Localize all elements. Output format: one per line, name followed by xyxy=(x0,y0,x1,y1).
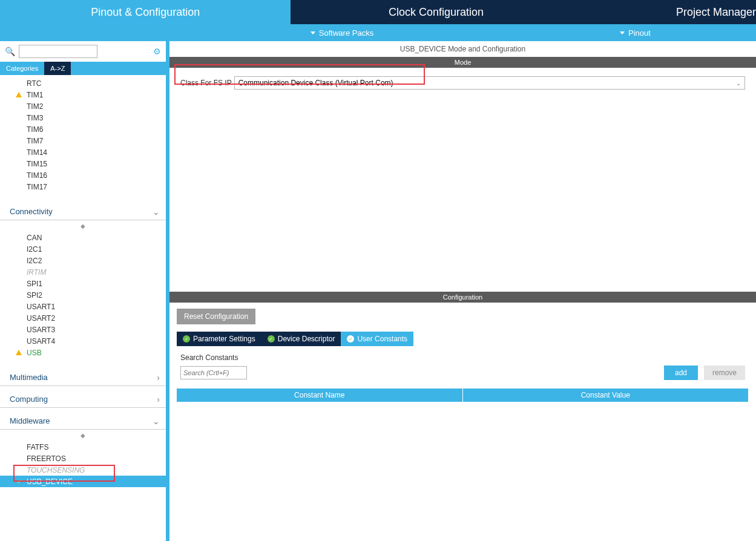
tree-item[interactable]: IRTIM xyxy=(0,266,166,278)
tree-item[interactable]: USART1 xyxy=(0,301,166,312)
section-connectivity[interactable]: Connectivity⌄ xyxy=(0,203,166,220)
sort-icon[interactable]: ◆ xyxy=(0,430,166,441)
mode-label: Class For FS IP xyxy=(180,79,232,87)
tab-parameter-settings[interactable]: ✓Parameter Settings xyxy=(177,332,261,346)
chevron-down-icon: ⌄ xyxy=(153,207,160,217)
tree-item[interactable]: CAN xyxy=(0,232,166,243)
tree-item[interactable]: I2C1 xyxy=(0,243,166,255)
chevron-right-icon: › xyxy=(157,373,160,382)
tree-item[interactable]: SPI2 xyxy=(0,289,166,301)
add-button[interactable]: add xyxy=(664,366,698,380)
check-icon: ✓ xyxy=(268,335,275,343)
check-icon: ✓ xyxy=(347,335,354,343)
sort-icon[interactable]: ◆ xyxy=(0,220,166,232)
tab-project-manager[interactable]: Project Manager xyxy=(582,0,756,24)
sub-tab-software-packs[interactable]: Software Packs xyxy=(169,28,514,38)
tab-pinout-config[interactable]: Pinout & Configuration xyxy=(0,0,291,24)
warning-icon xyxy=(16,92,22,97)
sub-tab-pinout[interactable]: Pinout xyxy=(514,28,756,38)
warning-icon xyxy=(16,350,22,355)
tree-item[interactable]: I2C2 xyxy=(0,255,166,266)
tree-item[interactable]: TIM1 xyxy=(0,89,166,100)
tab-categories[interactable]: Categories xyxy=(0,62,44,75)
tree-item[interactable]: FREERTOS xyxy=(0,453,166,464)
tree-item[interactable]: SPI1 xyxy=(0,278,166,289)
sub-tabs: Software Packs Pinout xyxy=(0,24,756,41)
tree-item-usb-device[interactable]: ✔USB_DEVICE xyxy=(0,476,166,487)
constants-table: Constant Name Constant Value xyxy=(177,389,749,402)
class-for-fs-ip-select[interactable]: Communication Device Class (Virtual Port… xyxy=(234,76,745,90)
chevron-down-icon xyxy=(620,31,625,34)
tree-item[interactable]: TIM3 xyxy=(0,112,166,123)
tree-item[interactable]: USART3 xyxy=(0,324,166,335)
tab-clock-config[interactable]: Clock Configuration xyxy=(291,0,581,24)
tree-item[interactable]: FATFS xyxy=(0,441,166,453)
reset-configuration-button[interactable]: Reset Configuration xyxy=(177,309,255,324)
tab-user-constants[interactable]: ✓User Constants xyxy=(341,332,413,346)
tree-item[interactable]: TIM6 xyxy=(0,123,166,135)
tree-item[interactable]: TIM2 xyxy=(0,100,166,112)
search-icon: 🔍 xyxy=(5,47,15,56)
tab-device-descriptor[interactable]: ✓Device Descriptor xyxy=(261,332,341,346)
remove-button: remove xyxy=(704,366,745,380)
peripheral-tree: RTC TIM1 TIM2 TIM3 TIM6 TIM7 TIM14 TIM15… xyxy=(0,75,166,541)
tree-item[interactable]: TOUCHSENSING xyxy=(0,464,166,476)
content-panel: USB_DEVICE Mode and Configuration Mode C… xyxy=(169,41,756,541)
search-input[interactable] xyxy=(19,45,97,58)
panel-title: USB_DEVICE Mode and Configuration xyxy=(169,41,756,57)
section-multimedia[interactable]: Multimedia› xyxy=(0,369,166,386)
top-tabs: Pinout & Configuration Clock Configurati… xyxy=(0,0,756,24)
tree-item[interactable]: USART2 xyxy=(0,312,166,324)
section-middleware[interactable]: Middleware⌄ xyxy=(0,413,166,430)
tree-item[interactable]: TIM7 xyxy=(0,135,166,146)
tree-item[interactable]: TIM14 xyxy=(0,146,166,158)
tree-item[interactable]: TIM17 xyxy=(0,181,166,192)
search-constants-label: Search Constants xyxy=(180,353,745,362)
tab-az[interactable]: A->Z xyxy=(44,62,71,75)
sidebar: 🔍 ⚙ Categories A->Z RTC TIM1 TIM2 TIM3 T… xyxy=(0,41,169,541)
tree-item[interactable]: TIM15 xyxy=(0,158,166,169)
th-constant-value: Constant Value xyxy=(463,389,749,402)
chevron-down-icon: ⌄ xyxy=(736,80,741,87)
chevron-right-icon: › xyxy=(157,395,160,404)
config-header: Configuration xyxy=(169,292,756,303)
check-icon: ✓ xyxy=(183,335,190,343)
chevron-down-icon xyxy=(311,31,315,34)
th-constant-name: Constant Name xyxy=(177,389,463,402)
tree-item[interactable]: RTC xyxy=(0,77,166,89)
tree-item[interactable]: USART4 xyxy=(0,335,166,347)
tree-item-usb[interactable]: USB xyxy=(0,347,166,358)
check-icon: ✔ xyxy=(17,478,22,485)
tree-item[interactable]: TIM16 xyxy=(0,169,166,181)
mode-header: Mode xyxy=(169,57,756,68)
search-constants-input[interactable] xyxy=(180,366,247,379)
section-computing[interactable]: Computing› xyxy=(0,391,166,408)
chevron-down-icon: ⌄ xyxy=(153,416,160,426)
gear-icon[interactable]: ⚙ xyxy=(153,47,161,56)
